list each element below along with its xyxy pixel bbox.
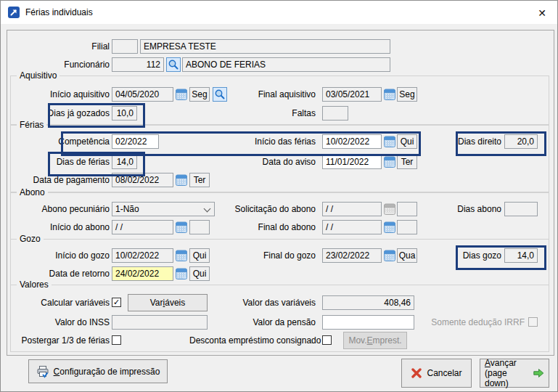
inicio-ferias-field[interactable]: 10/02/2022 bbox=[322, 134, 382, 149]
search-icon bbox=[168, 59, 179, 70]
desconta-label: Desconta empréstimo consignado bbox=[189, 333, 316, 348]
abono-pecuniario-value: 1-Não bbox=[115, 204, 139, 214]
final-abono-field[interactable]: / / bbox=[322, 220, 382, 234]
calendar-icon[interactable] bbox=[384, 156, 395, 168]
valor-inss-field[interactable] bbox=[112, 315, 208, 330]
final-gozo-weekday: Qua bbox=[397, 248, 417, 263]
abono-pecuniario-select[interactable]: 1-Não bbox=[112, 202, 215, 216]
group-gozo-legend: Gozo bbox=[17, 234, 44, 245]
funcionario-name-field: ABONO DE FERIAS bbox=[182, 57, 390, 72]
final-gozo-field[interactable]: 23/02/2022 bbox=[322, 248, 382, 263]
config-impressao-button[interactable]: Configuração de impressão bbox=[28, 359, 168, 383]
dias-ja-gozados-field: 10,0 bbox=[112, 106, 137, 121]
group-abono-legend: Abono bbox=[17, 187, 48, 198]
calcular-variaveis-checkbox[interactable]: ✓ bbox=[112, 298, 121, 307]
ne-arrow-app-icon bbox=[8, 7, 20, 18]
solicitacao-abono-field[interactable]: / / bbox=[322, 202, 382, 216]
calendar-icon[interactable] bbox=[384, 89, 395, 100]
somente-irrf-checkbox bbox=[528, 317, 538, 327]
inicio-ferias-label: Início das férias bbox=[215, 134, 316, 149]
data-pagamento-field[interactable]: 08/02/2022 bbox=[112, 173, 173, 187]
chevron-down-icon bbox=[204, 205, 211, 213]
final-aquisitivo-label: Final aquisitivo bbox=[215, 87, 316, 102]
data-aviso-field[interactable]: 11/01/2022 bbox=[322, 155, 382, 169]
calendar-icon[interactable] bbox=[176, 89, 187, 100]
filial-code-field bbox=[112, 39, 138, 54]
final-abono-weekday bbox=[397, 220, 417, 234]
faltas-label: Faltas bbox=[215, 106, 316, 121]
final-aquisitivo-weekday: Seg bbox=[397, 87, 417, 102]
mov-emprest-button-label: Mov.Emprest. bbox=[348, 335, 401, 346]
calendar-icon[interactable] bbox=[176, 174, 187, 186]
data-aviso-label: Data do aviso bbox=[215, 155, 316, 169]
faltas-field[interactable] bbox=[322, 106, 348, 121]
group-aquisitivo-legend: Aquisitivo bbox=[17, 70, 60, 81]
competencia-label: Competência bbox=[7, 134, 110, 149]
valor-variaveis-field: 408,46 bbox=[322, 295, 414, 310]
cancelar-label: Cancelar bbox=[427, 368, 461, 378]
data-pagamento-weekday: Ter bbox=[189, 173, 210, 187]
dias-ferias-label: Dias de férias bbox=[7, 155, 110, 169]
inicio-abono-field[interactable]: / / bbox=[112, 220, 173, 234]
inicio-gozo-field[interactable]: 10/02/2022 bbox=[112, 248, 173, 263]
data-aviso-weekday: Ter bbox=[397, 155, 417, 169]
group-ferias-legend: Férias bbox=[17, 120, 46, 131]
postergar-checkbox[interactable] bbox=[112, 335, 121, 345]
ferias-individuais-dialog: { "window": { "title": "Férias individua… bbox=[0, 0, 558, 392]
calcular-variaveis-label: Calcular variáveis bbox=[7, 295, 110, 310]
inicio-gozo-weekday: Qui bbox=[189, 248, 210, 263]
valor-pensao-label: Valor da pensão bbox=[215, 315, 316, 330]
calendar-icon[interactable] bbox=[384, 221, 395, 233]
calendar-icon[interactable] bbox=[384, 250, 395, 261]
filial-label: Filial bbox=[7, 39, 110, 54]
avancar-label: Avançar(page down) bbox=[485, 358, 528, 388]
inicio-abono-weekday bbox=[189, 220, 210, 234]
dias-ferias-field: 14,0 bbox=[112, 155, 137, 169]
red-x-icon bbox=[411, 367, 422, 379]
group-valores-legend: Valores bbox=[17, 279, 52, 290]
abono-pecuniario-label: Abono pecuniário bbox=[7, 202, 110, 216]
final-aquisitivo-field[interactable]: 03/05/2021 bbox=[322, 87, 382, 102]
inicio-abono-label: Início do abono bbox=[7, 220, 110, 234]
inicio-aquisitivo-label: Início aquisitivo bbox=[7, 87, 110, 102]
data-pagamento-label: Data de pagamento bbox=[7, 173, 110, 187]
calendar-icon[interactable] bbox=[176, 221, 187, 233]
dias-gozo-label: Dias gozo bbox=[436, 248, 501, 263]
calendar-icon[interactable] bbox=[176, 268, 187, 279]
calendar-icon-disabled bbox=[384, 203, 395, 215]
title-bar: Férias individuais ✕ bbox=[1, 1, 557, 24]
cancelar-button[interactable]: Cancelar bbox=[401, 359, 472, 388]
competencia-field[interactable]: 02/2022 bbox=[112, 134, 159, 149]
inicio-aquisitivo-field[interactable]: 04/05/2020 bbox=[112, 87, 173, 102]
funcionario-search-button[interactable] bbox=[166, 57, 181, 72]
funcionario-code-field[interactable]: 112 bbox=[112, 57, 164, 72]
close-icon[interactable]: ✕ bbox=[531, 4, 553, 20]
dias-abono-field[interactable] bbox=[504, 202, 538, 216]
solicitacao-abono-weekday bbox=[397, 202, 417, 216]
dias-abono-label: Dias abono bbox=[436, 202, 501, 216]
data-retorno-weekday: Qui bbox=[189, 266, 210, 281]
window-title: Férias individuais bbox=[25, 1, 93, 24]
final-gozo-label: Final do gozo bbox=[215, 248, 316, 263]
config-impressao-label: Configuração de impressão bbox=[54, 367, 160, 377]
variaveis-button-label: Variáveis bbox=[150, 298, 185, 308]
dias-ja-gozados-label: Dias já gozados bbox=[7, 106, 110, 121]
data-retorno-field[interactable]: 24/02/2022 bbox=[112, 266, 173, 281]
desconta-checkbox[interactable] bbox=[322, 335, 332, 345]
calendar-icon[interactable] bbox=[176, 250, 187, 261]
dias-gozo-field: 14,0 bbox=[504, 248, 538, 263]
filial-name-field: EMPRESA TESTE bbox=[140, 39, 390, 54]
dias-direito-field: 20,0 bbox=[504, 134, 538, 149]
avancar-button[interactable]: Avançar(page down) bbox=[480, 359, 549, 388]
data-retorno-label: Data de retorno bbox=[7, 266, 110, 281]
green-arrow-icon bbox=[533, 367, 544, 380]
somente-irrf-label: Somente dedução IRRF bbox=[422, 315, 525, 330]
final-abono-label: Final do abono bbox=[215, 220, 316, 234]
calendar-icon[interactable] bbox=[384, 136, 395, 147]
valor-pensao-field[interactable] bbox=[322, 315, 414, 330]
mov-emprest-button: Mov.Emprest. bbox=[343, 332, 407, 349]
printer-icon bbox=[36, 365, 49, 378]
funcionario-label: Funcionário bbox=[7, 57, 110, 72]
inicio-gozo-label: Início do gozo bbox=[7, 248, 110, 263]
variaveis-button[interactable]: Variáveis bbox=[128, 294, 208, 311]
